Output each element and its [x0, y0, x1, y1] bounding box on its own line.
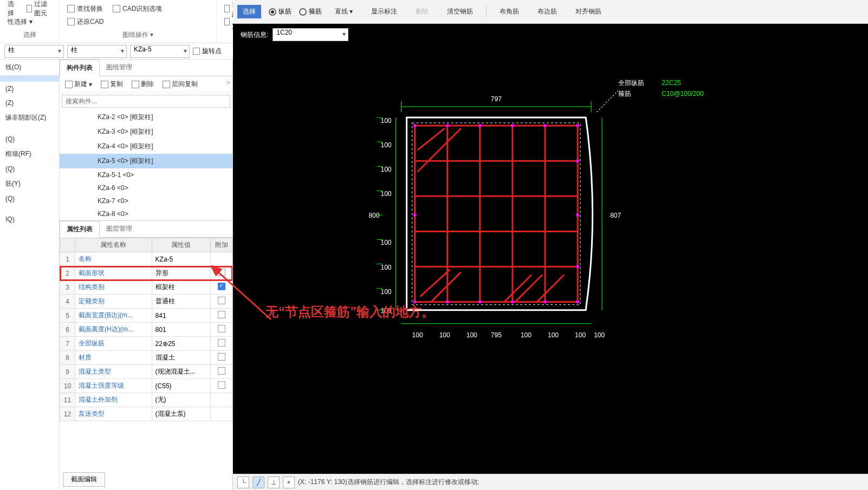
prop-select-btn[interactable]: 性选择 ▾: [5, 16, 35, 28]
filter-icon: [27, 5, 32, 12]
section-edit-button[interactable]: 截面编辑: [63, 472, 105, 487]
table-row[interactable]: 11混凝土外加剂(无): [60, 393, 232, 407]
nav-item[interactable]: [0, 206, 59, 212]
nav-item[interactable]: 框墙(RF): [0, 146, 59, 162]
table-row[interactable]: 2截面形状异形: [60, 266, 232, 280]
svg-text:795: 795: [491, 331, 502, 339]
copy-button[interactable]: 复制: [98, 79, 126, 90]
nav-item[interactable]: (Q): [0, 192, 59, 206]
list-item[interactable]: KZa-2 <0> [框架柱]: [60, 110, 232, 125]
table-row[interactable]: 10混凝土强度等级(C55): [60, 379, 232, 393]
ribbon-group-label: 选择: [5, 30, 54, 40]
list-item[interactable]: KZa-8 <0>: [60, 207, 232, 220]
table-row[interactable]: 5截面宽度(B边)(m...841: [60, 309, 232, 323]
svg-point-46: [576, 213, 579, 217]
svg-rect-16: [415, 126, 578, 302]
table-row[interactable]: 8材质混凝土: [60, 351, 232, 365]
list-item[interactable]: KZa-4 <0> [框架柱]: [60, 139, 232, 154]
checkbox[interactable]: [218, 353, 225, 361]
table-row[interactable]: 1名称KZa-5: [60, 252, 232, 266]
sb-btn-4[interactable]: +: [283, 476, 295, 488]
line-button[interactable]: 直线 ▾: [329, 5, 358, 18]
new-button[interactable]: 新建 ▾: [62, 79, 95, 90]
nav-item[interactable]: (Z): [0, 96, 59, 110]
nav-item[interactable]: IQ): [0, 212, 59, 226]
table-row[interactable]: 4定额类别普通柱: [60, 295, 232, 309]
align-button[interactable]: 对齐钢筋: [570, 5, 607, 18]
checkbox[interactable]: [218, 297, 225, 304]
nav-item[interactable]: 线(O): [0, 60, 59, 75]
item-combo[interactable]: KZa-5: [130, 45, 190, 58]
category-combo[interactable]: 柱: [4, 45, 64, 58]
svg-text:100: 100: [380, 190, 391, 198]
table-row[interactable]: 9混凝土类型(现浇混凝土...: [60, 365, 232, 379]
canvas-toolbar: 选择 纵筋 箍筋 直线 ▾ 显示标注 删除 清空钢筋 布角筋 布边筋 对齐钢筋: [233, 0, 868, 24]
edge-button[interactable]: 布边筋: [532, 5, 562, 18]
list-item[interactable]: KZa-3 <0> [框架柱]: [60, 125, 232, 139]
radio-longitudinal[interactable]: 纵筋: [269, 7, 292, 16]
list-item[interactable]: KZa-5 <0> [框架柱]: [60, 154, 232, 168]
nav-item[interactable]: [0, 75, 59, 82]
corner-button[interactable]: 布角筋: [494, 5, 524, 18]
nav-item[interactable]: 筋(Y): [0, 176, 59, 192]
table-row[interactable]: 3结构类别框架柱: [60, 280, 232, 295]
svg-point-42: [543, 300, 547, 304]
sb-btn-2[interactable]: ╱: [252, 476, 264, 488]
svg-point-32: [413, 124, 417, 127]
restore-cad-btn[interactable]: 还原CAD: [65, 16, 106, 28]
svg-point-36: [543, 124, 547, 127]
checkbox[interactable]: [218, 339, 225, 347]
nav-item[interactable]: (Z): [0, 82, 59, 96]
tab-properties[interactable]: 属性列表: [60, 221, 100, 238]
checkbox[interactable]: [218, 381, 225, 389]
svg-text:100: 100: [380, 166, 391, 173]
checkbox[interactable]: [218, 325, 225, 332]
radio-on-icon: [269, 8, 276, 16]
checkbox[interactable]: [218, 367, 225, 375]
table-row[interactable]: 6截面高度(H边)(m...801: [60, 323, 232, 337]
tab-layers[interactable]: 图层管理: [100, 221, 139, 237]
svg-text:100: 100: [467, 331, 477, 339]
nav-item[interactable]: (Q): [0, 162, 59, 176]
layercopy-icon: [163, 81, 170, 88]
table-row[interactable]: 12泵送类型(混凝土泵): [60, 407, 232, 421]
checkbox[interactable]: [218, 269, 225, 276]
nav-item[interactable]: 缘非阴影区(Z): [0, 110, 59, 126]
sb-btn-3[interactable]: ⊥: [268, 476, 280, 488]
tab-components[interactable]: 构件列表: [60, 60, 100, 76]
col-extra: 附加: [211, 238, 232, 252]
delete-button[interactable]: 删除: [128, 79, 157, 90]
show-dim-button[interactable]: 显示标注: [366, 5, 403, 18]
svg-point-47: [576, 265, 579, 269]
rebar-label: 钢筋信息:: [241, 30, 268, 40]
list-item[interactable]: KZa-5-1 <0>: [60, 168, 232, 181]
rotate-check[interactable]: 旋转点: [193, 47, 222, 56]
delete-button[interactable]: 删除: [410, 5, 434, 18]
find-replace-btn[interactable]: 查找替换: [65, 3, 105, 15]
tab-drawings[interactable]: 图纸管理: [100, 60, 139, 76]
search-input[interactable]: [62, 95, 230, 108]
select-mode-button[interactable]: 选择: [237, 5, 261, 18]
rebar-combo[interactable]: 1C20: [273, 28, 348, 41]
radio-stirrup[interactable]: 箍筋: [299, 7, 322, 16]
search-icon: [67, 5, 75, 12]
ribbon-group-label: 图纸操作 ▾: [65, 30, 211, 40]
drawing-viewport[interactable]: 797 795 800 807 100100100 100100100 1001…: [233, 54, 868, 474]
nav-item[interactable]: [0, 126, 59, 132]
list-item[interactable]: KZa-6 <0>: [60, 181, 232, 194]
property-table[interactable]: 属性名称 属性值 附加 1名称KZa-52截面形状异形3结构类别框架柱4定额类别…: [60, 238, 232, 469]
nav-item[interactable]: (Q): [0, 132, 59, 146]
type-combo[interactable]: 柱: [67, 45, 127, 58]
layer-copy-button[interactable]: 层间复制: [159, 79, 201, 90]
table-row[interactable]: 7全部纵筋22⊕25: [60, 337, 232, 351]
cad-options-btn[interactable]: CAD识别选项: [111, 3, 164, 15]
checkbox[interactable]: [218, 283, 225, 290]
svg-text:100: 100: [548, 331, 559, 339]
sb-btn-1[interactable]: └: [237, 476, 249, 488]
svg-point-41: [511, 300, 514, 304]
clear-rebar-button[interactable]: 清空钢筋: [442, 5, 478, 18]
annotation-text: 无“节点区箍筋”输入的地方。: [265, 303, 435, 321]
component-list[interactable]: KZa-2 <0> [框架柱] KZa-3 <0> [框架柱] KZa-4 <0…: [60, 110, 232, 220]
checkbox[interactable]: [218, 311, 225, 318]
list-item[interactable]: KZa-7 <0>: [60, 194, 232, 207]
